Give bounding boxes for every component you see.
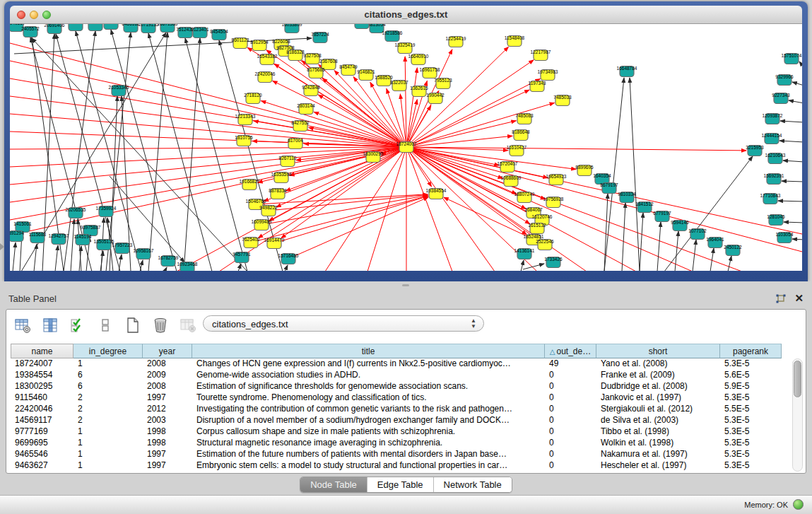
table-row[interactable]: 977716911998Corpus callosum shape and si… xyxy=(11,426,782,438)
graph-node[interactable]: 8175685 xyxy=(307,67,325,78)
graph-node[interactable]: 19166827 xyxy=(240,179,260,190)
graph-node[interactable]: 15692391 xyxy=(764,173,784,185)
graph-node[interactable]: 15716485 xyxy=(278,253,299,264)
graph-node[interactable]: 8186648 xyxy=(512,129,530,141)
network-canvas[interactable]: 1872400718300295193845548601123891295482… xyxy=(10,24,802,271)
graph-node[interactable]: 1065328 xyxy=(66,24,85,31)
cell-title[interactable]: Changes of HCN gene expression and I(f) … xyxy=(192,358,545,370)
cell-name[interactable]: 19384554 xyxy=(11,370,73,381)
cell-short[interactable]: Tibbo et al. (1998) xyxy=(596,426,720,438)
cell-pagerank[interactable]: 5.5E-5 xyxy=(720,404,782,415)
graph-node[interactable]: 817004 xyxy=(288,138,303,149)
cell-name[interactable]: 9777169 xyxy=(11,426,73,438)
column-header-pagerank[interactable]: pagerank xyxy=(720,344,782,358)
cell-year[interactable]: 1997 xyxy=(143,460,192,472)
cell-name[interactable]: 9465546 xyxy=(11,449,73,460)
table-row[interactable]: 2242004622012Investigating the contribut… xyxy=(11,404,782,415)
graph-node[interactable]: 8427552 xyxy=(291,120,310,132)
graph-node[interactable]: 11548408 xyxy=(505,35,525,47)
cell-title[interactable]: Embryonic stem cells: a model to study s… xyxy=(192,460,545,472)
cell-pagerank[interactable]: 5.9E-5 xyxy=(720,381,782,392)
cell-name[interactable]: 14569117 xyxy=(11,415,73,426)
graph-node[interactable]: 10688609 xyxy=(501,175,522,187)
graph-node[interactable]: 16914479 xyxy=(264,238,285,249)
cell-title[interactable]: Genome-wide association studies in ADHD. xyxy=(192,370,545,381)
cell-pagerank[interactable]: 5.6E-5 xyxy=(720,370,782,381)
cell-year[interactable]: 1998 xyxy=(143,426,192,438)
graph-node[interactable]: 19734983 xyxy=(538,69,558,81)
graph-node[interactable]: 1810755 xyxy=(235,135,253,146)
graph-node[interactable]: 1281045 xyxy=(767,214,785,226)
table-row[interactable]: 946362711997Embryonic stem cells: a mode… xyxy=(11,460,782,472)
graph-node[interactable]: 2405572 xyxy=(21,26,40,37)
citation-graph[interactable]: 1872400718300295193845548601123891295482… xyxy=(10,24,802,271)
cell-title[interactable]: Investigating the contribution of common… xyxy=(192,404,545,415)
cell-short[interactable]: Franke et al. (2009) xyxy=(596,370,720,381)
splitter-grip[interactable] xyxy=(402,284,409,286)
graph-node[interactable]: 9327508 xyxy=(303,53,322,64)
cell-year[interactable]: 2012 xyxy=(143,404,192,415)
column-header-title[interactable]: title xyxy=(192,344,545,358)
cell-in_degree[interactable]: 2 xyxy=(73,404,143,415)
graph-node[interactable]: 16640910 xyxy=(408,54,429,65)
column-header-name[interactable]: name xyxy=(11,344,73,358)
table-settings-icon[interactable] xyxy=(13,316,32,334)
close-panel-icon[interactable]: ✕ xyxy=(794,292,804,305)
cell-short[interactable]: Nakamura et al. (1997) xyxy=(596,449,720,460)
graph-node[interactable]: 19756928 xyxy=(543,197,564,208)
network-view-window[interactable]: citations_edges.txt 18724007183002951938… xyxy=(4,1,808,281)
graph-node[interactable]: 10958167 xyxy=(134,248,154,259)
column-header-year[interactable]: year xyxy=(143,344,192,358)
cell-pagerank[interactable]: 5.3E-5 xyxy=(720,426,782,438)
graph-node[interactable]: 16671385 xyxy=(158,24,178,33)
cell-in_degree[interactable]: 2 xyxy=(73,415,143,426)
graph-node[interactable]: 16782759 xyxy=(158,255,179,267)
cell-in_degree[interactable]: 6 xyxy=(73,381,143,392)
cell-in_degree[interactable]: 2 xyxy=(73,392,143,404)
cell-out_de[interactable]: 0 xyxy=(545,449,596,460)
column-header-short[interactable]: short xyxy=(596,344,720,358)
cell-year[interactable]: 1998 xyxy=(143,438,192,449)
memory-ok-indicator-icon[interactable] xyxy=(793,499,804,510)
graph-node[interactable]: 2450122 xyxy=(724,245,742,256)
column-header-in_degree[interactable]: in_degree xyxy=(73,344,143,358)
tab-edge-table[interactable]: Edge Table xyxy=(367,477,433,492)
window-titlebar[interactable]: citations_edges.txt xyxy=(10,6,802,24)
cell-out_de[interactable]: 0 xyxy=(545,426,596,438)
graph-node[interactable]: 8322037 xyxy=(390,80,408,91)
column-header-out_de[interactable]: △out_de… xyxy=(545,344,596,358)
graph-node[interactable]: 9227343 xyxy=(772,93,790,104)
cell-name[interactable]: 18300295 xyxy=(11,381,73,392)
cell-short[interactable]: Wolkin et al. (1998) xyxy=(596,438,720,449)
cell-title[interactable]: Estimation of significance thresholds fo… xyxy=(192,381,545,392)
cell-pagerank[interactable]: 5.3E-5 xyxy=(720,438,782,449)
select-all-check-icon[interactable] xyxy=(69,316,87,334)
graph-node[interactable]: 16033809 xyxy=(282,24,302,33)
cell-short[interactable]: de Silva et al. (2003) xyxy=(596,415,720,426)
float-panel-icon[interactable] xyxy=(775,293,787,305)
table-row[interactable]: 1872400712008Changes of HCN gene express… xyxy=(11,358,782,370)
table-row[interactable]: 969969511998Structural magnetic resonanc… xyxy=(11,438,782,449)
graph-node[interactable]: 1866950 xyxy=(353,24,371,29)
cell-title[interactable]: Disruption of a novel member of a sodium… xyxy=(192,415,545,426)
cell-name[interactable]: 9699695 xyxy=(11,438,73,449)
graph-node[interactable]: 1990442 xyxy=(426,93,445,104)
graph-node[interactable]: 8912954 xyxy=(250,40,269,51)
graph-node[interactable]: 1145194 xyxy=(74,234,92,245)
cell-title[interactable]: Structural magnetic resonance image aver… xyxy=(192,438,545,449)
graph-node[interactable]: 8679197 xyxy=(600,182,618,194)
graph-node[interactable]: 1115688 xyxy=(29,232,47,243)
graph-node[interactable]: 1197343 xyxy=(529,81,546,92)
cell-out_de[interactable]: 0 xyxy=(545,370,596,381)
table-row[interactable]: 1830029562008Estimation of significance … xyxy=(11,381,782,392)
graph-node[interactable]: 9594146 xyxy=(671,220,689,231)
graph-node[interactable]: 8601123 xyxy=(232,37,249,49)
cell-title[interactable]: Corpus callosum shape and size in male p… xyxy=(192,426,545,438)
table-row[interactable]: 1938455462009Genome-wide association stu… xyxy=(11,370,782,381)
graph-node[interactable]: 16961758 xyxy=(420,67,440,78)
graph-node[interactable]: 12217987 xyxy=(531,49,551,61)
cell-pagerank[interactable]: 5.3E-5 xyxy=(720,358,782,370)
cell-pagerank[interactable]: 5.3E-5 xyxy=(720,460,782,472)
graph-node[interactable]: 3215953 xyxy=(746,145,764,156)
table-selector-dropdown[interactable]: citations_edges.txt ▲▼ xyxy=(203,315,484,332)
